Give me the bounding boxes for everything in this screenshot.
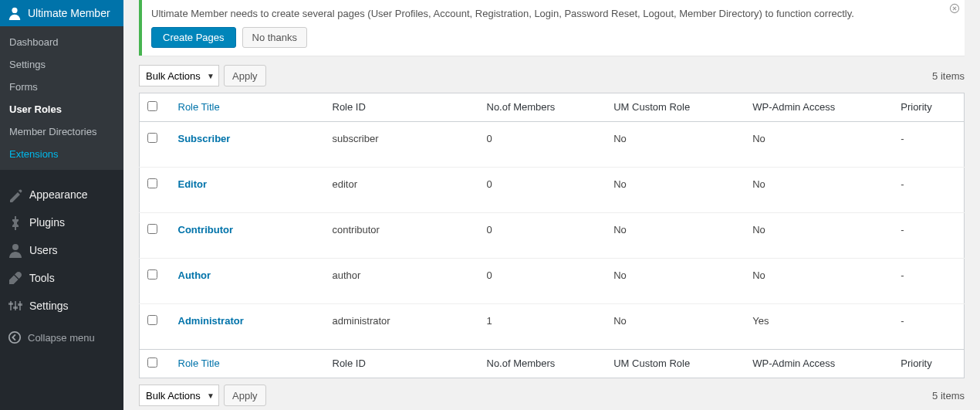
collapse-icon — [8, 330, 22, 344]
members-cell: 0 — [479, 122, 607, 168]
role-id-cell: editor — [325, 168, 479, 213]
appearance-icon — [8, 187, 23, 202]
custom-cell: No — [606, 304, 745, 350]
role-id-cell: administrator — [325, 304, 479, 350]
table-row: Subscribersubscriber0NoNo- — [140, 122, 965, 168]
priority-cell: - — [893, 122, 964, 168]
admin-cell: No — [745, 168, 893, 213]
priority-cell: - — [893, 213, 964, 259]
notice-text: Ultimate Member needs to create several … — [151, 8, 955, 19]
plugin-title: Ultimate Member — [28, 7, 110, 19]
svg-point-1 — [12, 244, 19, 250]
menu-settings[interactable]: Settings — [0, 292, 123, 320]
row-checkbox[interactable] — [147, 269, 157, 280]
row-checkbox[interactable] — [147, 133, 157, 143]
priority-cell: - — [893, 168, 964, 213]
col-role-title-foot[interactable]: Role Title — [178, 357, 220, 369]
admin-cell: Yes — [745, 304, 893, 350]
menu-users[interactable]: Users — [0, 236, 123, 264]
settings-icon — [8, 298, 23, 313]
user-icon — [8, 6, 22, 20]
setup-notice: Ultimate Member needs to create several … — [139, 0, 965, 56]
custom-cell: No — [606, 259, 745, 304]
custom-cell: No — [606, 122, 745, 168]
col-custom-foot: UM Custom Role — [606, 350, 745, 378]
select-all-top[interactable] — [147, 101, 157, 111]
role-title-link[interactable]: Author — [178, 269, 211, 281]
row-checkbox[interactable] — [147, 224, 157, 234]
col-custom: UM Custom Role — [606, 93, 745, 122]
menu-label: Tools — [29, 272, 55, 284]
sidebar-item-dashboard[interactable]: Dashboard — [0, 31, 123, 53]
users-icon — [8, 242, 23, 258]
col-members: No.of Members — [479, 93, 607, 122]
menu-label: Plugins — [29, 216, 65, 229]
collapse-menu[interactable]: Collapse menu — [0, 324, 123, 351]
menu-plugins[interactable]: Plugins — [0, 208, 123, 236]
col-admin-foot: WP-Admin Access — [745, 350, 893, 378]
role-title-link[interactable]: Subscriber — [178, 133, 231, 144]
col-admin: WP-Admin Access — [745, 93, 893, 122]
row-checkbox[interactable] — [147, 178, 157, 188]
custom-cell: No — [606, 168, 745, 213]
tablenav-top: Bulk Actions Apply 5 items — [139, 65, 965, 86]
svg-point-8 — [9, 332, 20, 343]
collapse-label: Collapse menu — [28, 332, 95, 344]
admin-cell: No — [745, 259, 893, 304]
members-cell: 0 — [479, 259, 607, 304]
table-row: Contributorcontributor0NoNo- — [140, 213, 965, 259]
main-menu: AppearancePluginsUsersToolsSettings — [0, 170, 123, 324]
bulk-actions-select-top[interactable]: Bulk Actions — [139, 65, 219, 86]
priority-cell: - — [893, 259, 964, 304]
members-cell: 0 — [479, 168, 607, 213]
no-thanks-button[interactable]: No thanks — [242, 27, 308, 48]
col-priority: Priority — [893, 93, 964, 122]
main-content: Ultimate Member needs to create several … — [123, 0, 980, 410]
col-members-foot: No.of Members — [479, 350, 607, 378]
menu-appearance[interactable]: Appearance — [0, 181, 123, 208]
create-pages-button[interactable]: Create Pages — [151, 27, 236, 48]
plugin-header[interactable]: Ultimate Member — [0, 0, 123, 26]
dismiss-notice-icon[interactable] — [949, 3, 960, 14]
select-all-bottom[interactable] — [147, 357, 157, 368]
sidebar-item-settings[interactable]: Settings — [0, 53, 123, 76]
role-title-link[interactable]: Administrator — [178, 315, 244, 327]
bulk-actions-select-bottom[interactable]: Bulk Actions — [139, 385, 219, 406]
table-row: Authorauthor0NoNo- — [140, 259, 965, 304]
plugin-submenu: DashboardSettingsFormsUser RolesMember D… — [0, 26, 123, 170]
svg-rect-5 — [8, 303, 13, 305]
items-count-bottom: 5 items — [932, 390, 965, 402]
row-checkbox[interactable] — [147, 315, 157, 325]
sidebar-item-member-directories[interactable]: Member Directories — [0, 120, 123, 143]
table-row: Editoreditor0NoNo- — [140, 168, 965, 213]
apply-button-bottom[interactable]: Apply — [224, 385, 266, 406]
apply-button-top[interactable]: Apply — [224, 65, 266, 86]
menu-label: Settings — [29, 300, 69, 312]
sidebar-item-extensions[interactable]: Extensions — [0, 143, 123, 165]
role-id-cell: author — [325, 259, 479, 304]
role-title-link[interactable]: Editor — [178, 178, 208, 190]
items-count-top: 5 items — [932, 70, 965, 82]
col-role-id: Role ID — [325, 93, 479, 122]
role-title-link[interactable]: Contributor — [178, 224, 233, 235]
role-id-cell: subscriber — [325, 122, 479, 168]
roles-table: Role Title Role ID No.of Members UM Cust… — [139, 93, 965, 378]
svg-rect-2 — [10, 301, 12, 310]
plugins-icon — [8, 215, 23, 230]
svg-rect-3 — [15, 301, 16, 310]
col-priority-foot: Priority — [893, 350, 964, 378]
menu-label: Appearance — [29, 188, 88, 201]
members-cell: 0 — [479, 213, 607, 259]
tools-icon — [8, 270, 23, 286]
sidebar-item-forms[interactable]: Forms — [0, 76, 123, 98]
menu-label: Users — [29, 244, 58, 256]
admin-cell: No — [745, 213, 893, 259]
role-id-cell: contributor — [325, 213, 479, 259]
custom-cell: No — [606, 213, 745, 259]
priority-cell: - — [893, 304, 964, 350]
sidebar-item-user-roles[interactable]: User Roles — [0, 98, 123, 120]
table-row: Administratoradministrator1NoYes- — [140, 304, 965, 350]
menu-tools[interactable]: Tools — [0, 264, 123, 292]
admin-sidebar: Ultimate Member DashboardSettingsFormsUs… — [0, 0, 123, 410]
col-role-title[interactable]: Role Title — [178, 101, 220, 113]
